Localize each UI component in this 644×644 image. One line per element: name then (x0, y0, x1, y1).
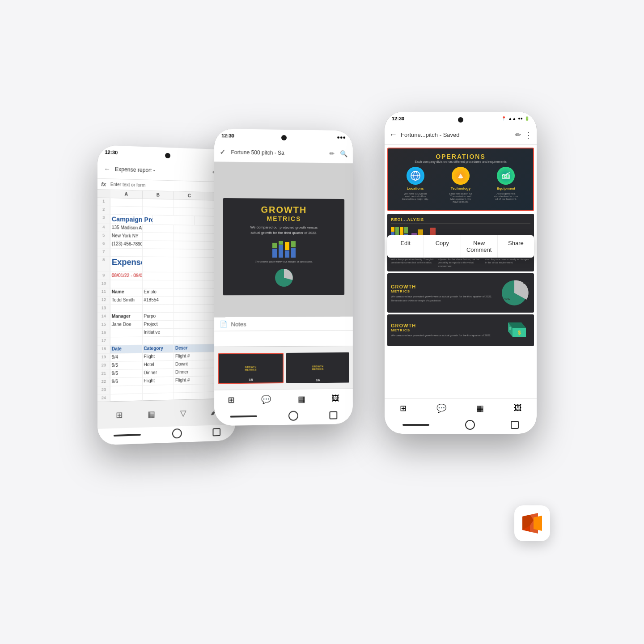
phone-middle: 12:30 ●●● ✓ Fortune 500 pitch - Sa ✏ 🔍 G… (214, 129, 353, 426)
equipment-desc: All equipment is standardized across all… (492, 192, 519, 200)
back-arrow-right[interactable]: ← (389, 130, 397, 140)
file-title-left: Expense report - (115, 166, 208, 175)
ops-equipment: Equipment All equipment is standardized … (492, 167, 519, 203)
table-icon-mid[interactable]: ▦ (298, 394, 305, 404)
search-icon-mid[interactable]: 🔍 (340, 150, 347, 157)
image-icon-right[interactable]: 🖼 (514, 403, 522, 413)
nav-pill-right (402, 424, 429, 426)
comment-icon-right[interactable]: 💬 (436, 403, 446, 413)
back-arrow-left[interactable]: ← (103, 165, 111, 173)
status-icons-right: 📍 ▲▲ ●● 🔋 (501, 116, 530, 121)
camera-hole-left (165, 153, 170, 158)
operations-slide-content: OPERATIONS Each company division has dif… (388, 148, 533, 210)
region-title: REGI...ALYSIS (391, 217, 530, 224)
formula-input[interactable]: Enter text or form (110, 182, 145, 187)
ppt-file-title: Fortune 500 pitch - Sa (231, 149, 324, 157)
filter-icon[interactable]: ▽ (180, 408, 186, 418)
ppt-italic-note: The results were within our margin of op… (255, 260, 313, 263)
grid-icon-right[interactable]: ⊞ (400, 403, 407, 413)
nav-pill-left (114, 434, 141, 436)
growth-subtitle-2: METRICS (391, 328, 496, 332)
edit-icon-right[interactable]: ✏ (515, 131, 521, 139)
svg-rect-8 (507, 175, 508, 178)
battery-icon-right: 🔋 (525, 116, 530, 121)
ppt-slide-title: GROWTH (261, 205, 307, 216)
signal-icon-right: ●● (518, 116, 523, 121)
comment-icon-mid[interactable]: 💬 (261, 394, 271, 404)
technology-label: Technology (451, 186, 470, 191)
ppt-slide-desc: We compared our projected growth versus … (248, 225, 320, 235)
mid-bottom-toolbar: ⊞ 💬 ▦ 🖼 (214, 388, 353, 410)
thumb-16[interactable]: GROWTH METRICS 16 (286, 352, 349, 383)
ms-office-svg (520, 511, 544, 535)
right-file-title: Fortune...pitch - Saved (401, 131, 512, 138)
context-share[interactable]: Share (498, 235, 534, 258)
slide-operations[interactable]: OPERATIONS Each company division has dif… (387, 148, 534, 211)
svg-text:$: $ (518, 330, 521, 336)
nav-square-middle (329, 411, 337, 419)
time-middle: 12:30 (221, 133, 234, 138)
pie-24-label: 24% (523, 281, 530, 284)
right-scroll: OPERATIONS Each company division has dif… (385, 145, 537, 418)
right-title-bar: ← Fortune...pitch - Saved ✏ ⋮ (385, 125, 537, 145)
ppt-main-slide: GROWTH METRICS We compared our projected… (223, 198, 345, 295)
nav-circle-right (465, 420, 475, 430)
right-content: OPERATIONS Each company division has dif… (385, 145, 537, 418)
locations-globe-icon (407, 167, 424, 185)
thumb-15[interactable]: GROWTH METRICS 15 (218, 353, 284, 384)
svg-rect-7 (505, 175, 506, 177)
growth-text: GROWTH METRICS We compared our projected… (391, 284, 495, 302)
nav-square-right (511, 421, 519, 429)
context-edit[interactable]: Edit (387, 235, 424, 258)
nav-bar-right (385, 418, 537, 434)
nav-circle-left (172, 428, 182, 439)
grid-icon-mid[interactable]: ⊞ (228, 395, 234, 405)
check-icon[interactable]: ✓ (220, 148, 225, 156)
operations-title: OPERATIONS (393, 153, 529, 160)
table-icon-right[interactable]: ▦ (476, 403, 484, 413)
table-icon[interactable]: ▦ (148, 409, 155, 419)
main-scene: 12:30 ●●● ← Expense report - ✏ 🔍 fx Ente… (76, 76, 568, 568)
more-dots-right[interactable]: ⋮ (525, 130, 532, 140)
locations-desc: We have a Division level central office … (402, 192, 429, 200)
signal-icon-mid: ●●● (337, 135, 346, 140)
nav-pill-middle (230, 415, 257, 418)
context-new-comment[interactable]: New Comment (461, 235, 498, 258)
equipment-icon (497, 167, 515, 185)
camera-hole-right (458, 117, 463, 123)
context-menu: Edit Copy New Comment Share (387, 235, 534, 258)
slide-growth-metrics-1[interactable]: GROWTH METRICS We compared our projected… (387, 273, 534, 313)
svg-rect-4 (459, 177, 462, 178)
layout-icon[interactable]: ⊞ (116, 410, 123, 420)
fx-icon: fx (101, 181, 108, 187)
growth-desc-2: We compared our projected growth versus … (391, 334, 496, 337)
image-icon-mid[interactable]: 🖼 (332, 394, 340, 403)
phone-right: 12:30 📍 ▲▲ ●● 🔋 ← Fortune...pitch - Save… (385, 112, 537, 434)
ppt-slide-area: GROWTH METRICS We compared our projected… (214, 162, 353, 331)
draw-icon-mid[interactable]: ✏ (329, 150, 335, 157)
growth-title-2: GROWTH (391, 323, 496, 328)
equipment-label: Equipment (497, 186, 515, 191)
ops-icons-row: Locations We have a Division level centr… (393, 167, 529, 203)
growth-pie: 24% 76% (498, 277, 530, 309)
ppt-slide-subtitle: METRICS (267, 215, 301, 222)
nav-square-left (212, 428, 220, 436)
growth-italic-1: The results were within our margin of ex… (391, 299, 495, 302)
notes-bar: 📄 Notes (214, 316, 353, 331)
col-c: C (174, 191, 205, 200)
technology-icon (452, 167, 470, 185)
notes-label[interactable]: Notes (231, 321, 246, 327)
col-a: A (110, 190, 143, 199)
ppt-pie-chart (273, 267, 295, 289)
growth-title-1: GROWTH (391, 284, 495, 289)
context-copy[interactable]: Copy (424, 235, 461, 258)
ppt-top-toolbar: ✓ Fortune 500 pitch - Sa ✏ 🔍 (214, 142, 353, 164)
ppt-bar-chart (272, 240, 296, 258)
slide-growth-metrics-2[interactable]: GROWTH METRICS We compared our projected… (387, 314, 534, 346)
phone-middle-inner: 12:30 ●●● ✓ Fortune 500 pitch - Sa ✏ 🔍 G… (214, 129, 353, 426)
time-right: 12:30 (392, 116, 404, 121)
pie-76-label: 76% (503, 297, 510, 301)
ms-office-icon[interactable] (514, 505, 550, 541)
technology-desc: Since we deal in Oil Transmission and Ma… (447, 192, 474, 203)
notes-doc-icon: 📄 (220, 321, 227, 328)
